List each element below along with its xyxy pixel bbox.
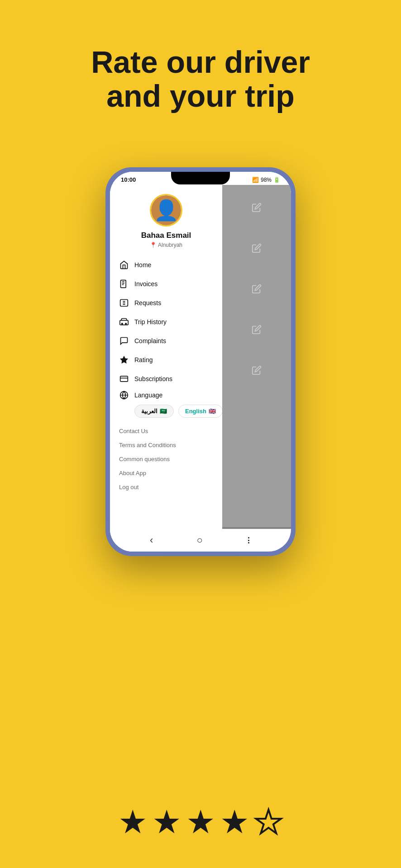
battery-level: 98% bbox=[261, 177, 272, 183]
svg-rect-6 bbox=[120, 376, 128, 382]
menu-button[interactable]: ⫶ bbox=[246, 534, 251, 546]
nav-item-invoices[interactable]: Invoices bbox=[110, 274, 222, 293]
home-icon bbox=[119, 260, 129, 270]
phone-notch bbox=[171, 172, 230, 184]
english-lang-btn[interactable]: English 🇬🇧 bbox=[178, 405, 222, 418]
edit-icon-3[interactable] bbox=[248, 280, 266, 298]
svg-point-3 bbox=[122, 323, 123, 325]
phone-bottom-bar: ‹ ○ ⫶ bbox=[110, 529, 291, 552]
avatar-image bbox=[151, 195, 181, 225]
avatar bbox=[150, 194, 182, 226]
nav-item-requests[interactable]: Requests bbox=[110, 293, 222, 312]
phone-frame: 10:00 📶 98% 🔋 Bahaa Esmail bbox=[105, 167, 296, 556]
edit-icon-1[interactable] bbox=[248, 198, 266, 217]
home-label: Home bbox=[134, 261, 151, 269]
language-section: Language العربية 🇸🇦 English 🇬🇧 bbox=[110, 388, 222, 422]
requests-icon bbox=[119, 298, 129, 308]
right-panel: Profile bbox=[222, 185, 291, 552]
rating-label: Rating bbox=[134, 356, 153, 363]
rating-icon bbox=[119, 355, 129, 365]
home-button[interactable]: ○ bbox=[197, 534, 203, 546]
arabic-lang-btn[interactable]: العربية 🇸🇦 bbox=[134, 405, 174, 418]
language-icon bbox=[119, 390, 129, 400]
screen-content: Bahaa Esmail 📍 Alnubryah bbox=[110, 185, 291, 552]
about-link[interactable]: About App bbox=[119, 466, 213, 480]
nav-item-home[interactable]: Home bbox=[110, 255, 222, 274]
complaints-label: Complaints bbox=[134, 337, 166, 344]
status-icons: 📶 98% 🔋 bbox=[252, 177, 280, 183]
star-2: ★ bbox=[152, 803, 181, 841]
heading-line2: and your trip bbox=[106, 79, 295, 113]
left-panel: Bahaa Esmail 📍 Alnubryah bbox=[110, 185, 222, 552]
language-header: Language bbox=[119, 390, 213, 400]
contact-us-link[interactable]: Contact Us bbox=[119, 424, 213, 438]
nav-item-trip-history[interactable]: Trip History bbox=[110, 312, 222, 331]
profile-section: Bahaa Esmail 📍 Alnubryah bbox=[110, 185, 222, 255]
location-icon: 📍 bbox=[150, 242, 157, 248]
star-5: ★ bbox=[254, 803, 283, 841]
phone-screen: 10:00 📶 98% 🔋 Bahaa Esmail bbox=[110, 172, 291, 552]
subscriptions-label: Subscriptions bbox=[134, 375, 172, 382]
arabic-flag: 🇸🇦 bbox=[160, 408, 167, 415]
edit-icon-2[interactable] bbox=[248, 239, 266, 257]
requests-label: Requests bbox=[134, 299, 161, 307]
invoices-icon bbox=[119, 279, 129, 289]
heading-line1: Rate our driver bbox=[91, 45, 310, 79]
svg-point-4 bbox=[125, 323, 127, 325]
svg-marker-5 bbox=[120, 356, 128, 363]
language-label: Language bbox=[134, 392, 162, 399]
nav-item-rating[interactable]: Rating bbox=[110, 350, 222, 369]
complaints-icon bbox=[119, 336, 129, 346]
trip-history-label: Trip History bbox=[134, 318, 167, 326]
svg-rect-2 bbox=[120, 321, 128, 325]
page-heading: Rate our driver and your trip bbox=[0, 45, 401, 113]
user-location: 📍 Alnubryah bbox=[150, 242, 182, 248]
edit-icon-5[interactable] bbox=[248, 361, 266, 379]
star-1: ★ bbox=[118, 803, 148, 841]
nav-item-complaints[interactable]: Complaints bbox=[110, 331, 222, 350]
back-button[interactable]: ‹ bbox=[150, 534, 153, 546]
logout-link[interactable]: Log out bbox=[119, 480, 213, 494]
terms-link[interactable]: Terms and Conditions bbox=[119, 438, 213, 452]
battery-icon: 🔋 bbox=[273, 177, 280, 183]
subscriptions-icon bbox=[119, 374, 129, 384]
stars-section: ★ ★ ★ ★ ★ bbox=[0, 803, 401, 841]
status-time: 10:00 bbox=[121, 176, 136, 183]
english-flag: 🇬🇧 bbox=[209, 408, 216, 415]
language-options: العربية 🇸🇦 English 🇬🇧 bbox=[134, 405, 213, 418]
bottom-links: Contact Us Terms and Conditions Common q… bbox=[110, 422, 222, 496]
trip-history-icon bbox=[119, 317, 129, 327]
english-text: English bbox=[185, 408, 206, 415]
wifi-icon: 📶 bbox=[252, 177, 259, 183]
star-3: ★ bbox=[186, 803, 215, 841]
star-4: ★ bbox=[220, 803, 249, 841]
invoices-label: Invoices bbox=[134, 280, 158, 288]
phone-mockup: 10:00 📶 98% 🔋 Bahaa Esmail bbox=[105, 167, 296, 556]
user-name: Bahaa Esmail bbox=[141, 231, 191, 240]
faq-link[interactable]: Common questions bbox=[119, 452, 213, 466]
nav-item-subscriptions[interactable]: Subscriptions bbox=[110, 369, 222, 388]
edit-icon-4[interactable] bbox=[248, 321, 266, 339]
